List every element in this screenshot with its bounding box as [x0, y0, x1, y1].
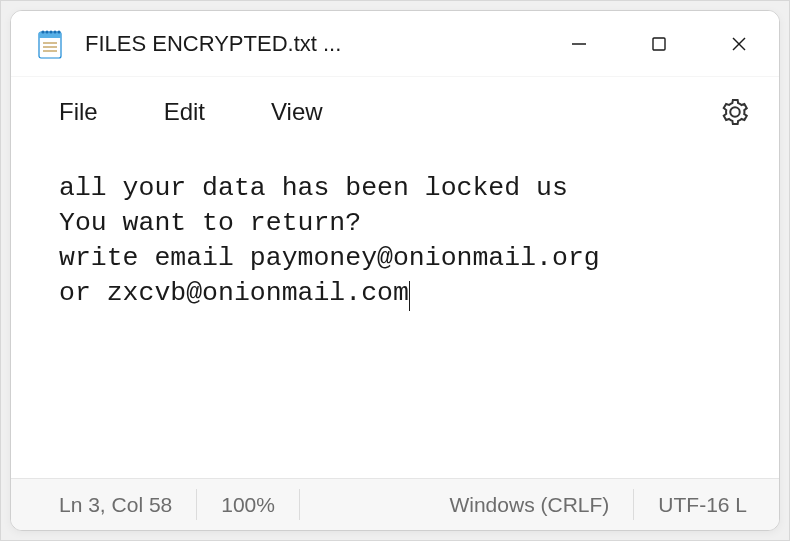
svg-point-2 — [41, 30, 44, 33]
svg-point-5 — [53, 30, 56, 33]
svg-point-4 — [49, 30, 52, 33]
notepad-window: FILES ENCRYPTED.txt ... File E — [10, 10, 780, 531]
svg-rect-11 — [653, 38, 665, 50]
status-zoom[interactable]: 100% — [197, 489, 300, 520]
close-icon — [730, 35, 748, 53]
svg-point-6 — [57, 30, 60, 33]
menu-view[interactable]: View — [243, 90, 351, 134]
content-line-2: You want to return? — [59, 208, 361, 238]
content-line-4: or zxcvb@onionmail.com — [59, 278, 409, 308]
menu-edit[interactable]: Edit — [136, 90, 233, 134]
window-controls — [539, 11, 779, 76]
status-position: Ln 3, Col 58 — [19, 489, 197, 520]
maximize-button[interactable] — [619, 11, 699, 76]
statusbar: Ln 3, Col 58 100% Windows (CRLF) UTF-16 … — [11, 478, 779, 530]
notepad-icon — [37, 28, 63, 60]
titlebar-left: FILES ENCRYPTED.txt ... — [11, 28, 539, 60]
content-line-1: all your data has been locked us — [59, 173, 568, 203]
close-button[interactable] — [699, 11, 779, 76]
titlebar: FILES ENCRYPTED.txt ... — [11, 11, 779, 77]
maximize-icon — [651, 36, 667, 52]
svg-point-3 — [45, 30, 48, 33]
content-line-3: write email paymoney@onionmail.org — [59, 243, 600, 273]
settings-button[interactable] — [711, 88, 759, 136]
minimize-icon — [570, 35, 588, 53]
status-lineending: Windows (CRLF) — [425, 489, 634, 520]
minimize-button[interactable] — [539, 11, 619, 76]
text-content[interactable]: all your data has been locked us You wan… — [11, 147, 779, 478]
status-encoding: UTF-16 L — [634, 489, 771, 520]
text-caret — [409, 281, 411, 311]
menubar: File Edit View — [11, 77, 779, 147]
window-title: FILES ENCRYPTED.txt ... — [85, 31, 341, 57]
gear-icon — [720, 97, 750, 127]
menu-file[interactable]: File — [31, 90, 126, 134]
